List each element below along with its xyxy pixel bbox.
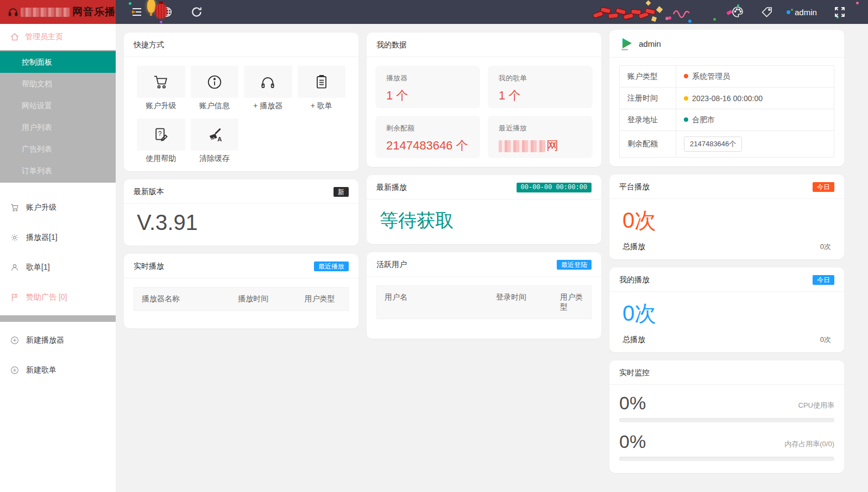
card-title: 实时监控 [619,368,650,378]
firecracker-decoration [592,3,674,24]
total-play-label: 总播放 [622,242,645,252]
shortcut-account-info[interactable]: 账户信息 [191,66,239,111]
confetti-dot [856,2,859,4]
sidebar-item-players[interactable]: 播放器[1] [0,222,116,252]
profile-username: admin [639,39,661,48]
version-number: V.3.91 [137,210,198,234]
tag-icon[interactable] [760,5,773,18]
table-row: 登录地址 合肥市 [620,109,834,131]
sidebar-item-user-list[interactable]: 用户列表 [0,116,116,138]
recent-play-badge[interactable]: 最近播放 [314,261,349,271]
empty-table-body [367,322,601,339]
sidebar-item-sponsor-ads[interactable]: 赞助广告 [0] [0,282,116,312]
confetti-dot [129,2,131,5]
platform-play-count: 0次 [622,208,656,232]
broom-icon: A [206,126,223,144]
memory-usage-value: 0% [619,431,646,452]
total-play-value: 0次 [820,335,831,345]
user-status-dot [787,10,790,14]
globe-icon[interactable] [161,6,173,18]
card-title: 我的数据 [376,40,407,50]
memory-progress-bar [619,457,834,461]
card-title: 活跃用户 [376,260,407,270]
sidebar-item-playlists[interactable]: 歌单[1] [0,252,116,282]
confetti-dot [665,17,669,20]
sidebar-item-label: 新建播放器 [26,335,64,345]
help-doc-icon: ? [152,126,169,144]
today-badge[interactable]: 今日 [813,182,834,192]
new-badge: 新 [334,187,349,197]
sidebar-item-account-upgrade[interactable]: 账户升级 [0,192,116,222]
sidebar-item-label: 播放器[1] [26,233,58,242]
stat-players: 播放器 1 个 [375,66,480,108]
table-row: 剩余配额 2147483646个 [620,131,834,158]
my-play-card: 我的播放 今日 0次 总播放 0次 [609,267,844,352]
sidebar-item-label: 账户升级 [26,203,56,213]
plus-circle-icon [10,335,20,345]
realtime-play-card: 实时播放 最近播放 播放器名称 播放时间 用户类型 [124,254,358,328]
refresh-icon[interactable] [190,5,203,18]
shortcut-clear-cache[interactable]: A 清除缓存 [191,119,239,164]
sidebar-item-label: 歌单[1] [26,263,50,272]
user-icon [10,263,20,272]
card-title: 最新版本 [134,187,164,197]
censored-text [499,140,545,152]
my-play-count: 0次 [622,301,656,325]
active-users-card: 活跃用户 最近登陆 用户名 登录时间 用户类型 [367,252,601,339]
recent-login-badge[interactable]: 最近登陆 [557,260,592,270]
sidebar-item-new-playlist[interactable]: 新建歌单 [0,355,116,385]
status-dot [684,117,688,122]
main-content: 快捷方式 账户升级 账户信息 + 播放器 [116,24,868,492]
sidebar-item-label: 管理员主页 [25,32,63,42]
sidebar-item-site-settings[interactable]: 网站设置 [0,95,116,116]
flag-icon [10,292,20,302]
svg-text:A: A [217,136,222,142]
shortcut-account-upgrade[interactable]: 账户升级 [137,66,185,111]
card-title: 最新播放 [376,183,407,192]
cpu-progress-bar [619,418,834,422]
latest-play-status: 等待获取 [380,210,454,231]
quota-badge: 2147483646个 [684,136,742,152]
empty-table-body [124,314,358,328]
sidebar-divider [0,315,116,322]
latest-play-card: 最新播放 00-00-00 00:00:00 等待获取 [367,175,601,244]
theme-palette-icon[interactable] [731,5,744,18]
home-icon [10,32,20,42]
table-row: 注册时间 2023-08-16 00:00:00 [620,88,834,109]
sidebar-item-label: 赞助广告 [0] [26,292,67,302]
sidebar-item-label: 新建歌单 [26,365,56,375]
my-data-card: 我的数据 播放器 1 个 我的歌单 1 个 剩余配额 2147483646 个 … [367,33,601,167]
status-dot [684,74,688,78]
shortcut-add-player[interactable]: + 播放器 [244,66,292,111]
sidebar-submenu: 控制面板 帮助文档 网站设置 用户列表 广告列表 订单列表 [0,50,116,183]
avatar [619,36,633,51]
shortcut-usage-help[interactable]: ? 使用帮助 [137,119,185,164]
plus-circle-icon [10,365,20,375]
sidebar: 管理员主页 控制面板 帮助文档 网站设置 用户列表 广告列表 订单列表 账户升级… [0,24,116,492]
sidebar-item-help-docs[interactable]: 帮助文档 [0,73,116,95]
today-badge[interactable]: 今日 [813,275,834,285]
app-logo[interactable]: 网音乐播 [0,0,116,24]
admin-profile-card: admin 账户类型 系统管理员 注册时间 2023-08-16 00:00:0… [609,30,844,166]
sidebar-item-new-player[interactable]: 新建播放器 [0,325,116,355]
headphones-icon [259,73,276,91]
yellow-lantern-decoration [147,0,155,13]
confetti-sparkle [646,1,651,6]
sidebar-item-admin-home[interactable]: 管理员主页 [0,24,116,50]
top-navbar: 网音乐播 [0,0,868,24]
timestamp-badge: 00-00-00 00:00:00 [517,183,592,192]
info-icon [206,73,223,91]
stat-my-playlists: 我的歌单 1 个 [488,66,593,108]
cpu-usage-label: CPU使用率 [798,401,834,414]
collapse-menu-icon[interactable] [130,5,143,18]
sidebar-item-ad-list[interactable]: 广告列表 [0,138,116,160]
cart-icon [10,203,20,213]
shortcut-add-playlist[interactable]: + 歌单 [298,66,346,111]
app-title: 网音乐播 [72,5,116,19]
sidebar-item-dashboard[interactable]: 控制面板 [0,51,116,73]
sidebar-item-order-list[interactable]: 订单列表 [0,160,116,182]
confetti-dot [688,20,691,23]
fullscreen-icon[interactable] [833,5,846,18]
user-menu[interactable]: admin [787,0,817,24]
card-title: 快捷方式 [134,40,164,50]
